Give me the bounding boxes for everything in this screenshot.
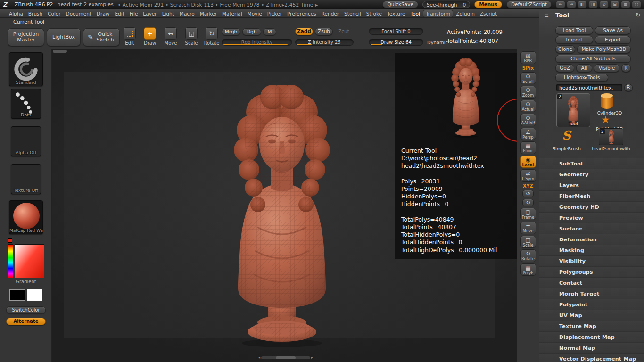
menu-item[interactable]: Color [45,10,63,17]
menu-item[interactable]: Edit [112,10,126,17]
tool-section-header[interactable]: Deformation [539,234,644,245]
right-shelf-button[interactable]: ▢ Frame [520,208,536,221]
draw-mode-button[interactable]: + Draw [141,27,159,46]
titlebar-icon-button[interactable]: ◨ [588,1,598,8]
goz-all-button[interactable]: All [576,64,592,72]
goz-visible-button[interactable]: Visible [594,64,619,72]
edit-mode-button[interactable]: Edit [121,27,139,46]
clone-all-subtools-button[interactable]: Clone All SubTools [555,55,631,63]
tool-section-header[interactable]: Displacement Map [539,332,644,343]
right-shelf-button[interactable]: ↻ [522,199,534,206]
menus-button[interactable]: Menus [474,1,502,8]
right-shelf-button[interactable]: ⊙ AAHalf [520,114,536,126]
menu-item[interactable]: Movie [245,10,264,17]
tool-section-header[interactable]: Polygroups [539,267,644,278]
export-button[interactable]: Export [595,36,631,44]
lightbox-tools-button[interactable]: Lightbox▸Tools [555,74,608,82]
move-mode-button[interactable]: ↔ Move [162,27,180,46]
menu-item[interactable]: Layer [140,10,159,17]
right-shelf-button[interactable]: ⊙ Actual [520,100,536,113]
z-intensity-slider[interactable]: Z Intensity 25 [295,39,354,46]
rgb-intensity-slider[interactable]: Rgb Intensity [222,39,292,46]
default-zscript-button[interactable]: DefaultZScript [506,1,552,8]
quicksave-button[interactable]: QuickSave [382,1,418,8]
zcut-button[interactable]: Zcut [335,28,353,35]
rotate-mode-button[interactable]: ↻ Rotate [203,27,221,46]
titlebar-icon-button[interactable]: ◧ [578,1,587,8]
zadd-button[interactable]: Zadd [295,28,313,35]
secondary-color-swatch[interactable] [26,289,43,301]
switch-color-button[interactable]: SwitchColor [6,306,46,314]
see-through-slider[interactable]: See-through 0 [422,1,470,8]
rename-tool-button[interactable]: R [624,84,633,91]
clone-button[interactable]: Clone [555,45,575,53]
dynamic-toggle[interactable]: Dynamic [427,40,448,45]
menu-item[interactable]: File [127,10,140,17]
palette-menu-icon[interactable]: ≡ [544,12,549,19]
polymesh3d-star-icon[interactable]: ★ [601,115,610,125]
tool-section-header[interactable]: Visibility [539,256,644,267]
menu-item[interactable]: Picker [265,10,284,17]
current-tool-info-popup[interactable]: Current ToolD:\work\photoscan\head2head2… [395,53,517,259]
menu-item[interactable]: Stroke [364,10,384,17]
tool-section-header[interactable]: Geometry HD [539,202,644,213]
right-shelf-button[interactable]: ∠ Persp [520,128,536,140]
head2-tool-thumbnail[interactable]: 2 [599,128,623,145]
right-shelf-button[interactable]: ⊙ Scroll [520,72,536,85]
current-tool-thumbnail[interactable]: 2 Tool [556,93,590,127]
tool-section-header[interactable]: Morph Target [539,288,644,299]
menu-item[interactable]: Material [220,10,245,17]
tool-section-header[interactable]: Layers [539,180,644,191]
material-selector[interactable]: MatCap Red Wa [9,200,43,234]
brush-selector[interactable]: Standard [9,52,43,86]
tool-section-header[interactable]: Preview [539,213,644,223]
scale-mode-button[interactable]: ◱ Scale [182,27,200,46]
menu-item[interactable]: Marker [198,10,219,17]
menu-item[interactable]: Zplugin [454,10,477,17]
simplebrush-icon[interactable]: S [562,129,571,141]
goz-r-button[interactable]: R [621,64,631,72]
palette-refresh-icon[interactable]: ↻ [636,12,640,18]
main-color-swatch[interactable] [9,289,25,301]
scroll-left-icon[interactable]: ◂ [258,355,260,360]
menu-item[interactable]: Render [319,10,341,17]
menu-item[interactable]: Preferences [285,10,319,17]
draw-size-slider[interactable]: Draw Size 64 [369,39,423,46]
tool-section-header[interactable]: Texture Map [539,321,644,332]
scroll-right-icon[interactable]: ▸ [311,355,313,360]
menu-item[interactable]: Transform [423,10,453,17]
load-tool-button[interactable]: Load Tool [555,26,593,34]
canvas-horizontal-scrollbar[interactable]: ◂ ▸ [258,355,313,360]
right-shelf-button[interactable]: ▧ BPR [520,51,536,64]
menu-item[interactable]: Stencil [342,10,363,17]
menu-item[interactable]: Texture [385,10,407,17]
stroke-selector[interactable]: Dots [11,89,41,119]
tool-section-header[interactable]: Vector Displacement Map [539,354,644,362]
tool-section-header[interactable]: Normal Map [539,343,644,354]
right-shelf-button[interactable]: XYZ [520,183,536,189]
import-button[interactable]: Import [555,36,593,44]
tool-section-header[interactable]: UV Map [539,310,644,321]
texture-selector[interactable]: Texture Off [11,164,41,194]
saturation-value-square[interactable] [15,244,44,278]
rgb-button[interactable]: Rgb [242,28,261,35]
mrgb-button[interactable]: Mrgb [222,28,240,35]
menu-item[interactable]: Macro [177,10,197,17]
menu-item[interactable]: Draw [94,10,112,17]
cylinder3d-icon[interactable] [601,95,613,109]
titlebar-icon-button[interactable]: ⇥ [567,1,576,8]
zsub-button[interactable]: Zsub [315,28,333,35]
right-shelf-button[interactable]: ⇄ L.Sym [520,169,536,182]
tool-section-header[interactable]: SubTool [539,158,644,169]
canvas-corner-scrollbar[interactable] [53,50,67,53]
right-shelf-button[interactable]: ◱ Scale [520,236,536,248]
tool-section-header[interactable]: Contact [539,278,644,288]
right-shelf-button[interactable]: + Move [520,222,536,234]
lightbox-button[interactable]: LightBox [47,28,81,46]
menu-item[interactable]: Brush [26,10,45,17]
tool-section-header[interactable]: Surface [539,223,644,234]
hue-strip[interactable] [8,244,13,278]
menu-item[interactable]: Alpha [7,10,25,17]
right-shelf-button[interactable]: ↺ [522,190,534,197]
menu-item[interactable]: Zscript [478,10,499,17]
